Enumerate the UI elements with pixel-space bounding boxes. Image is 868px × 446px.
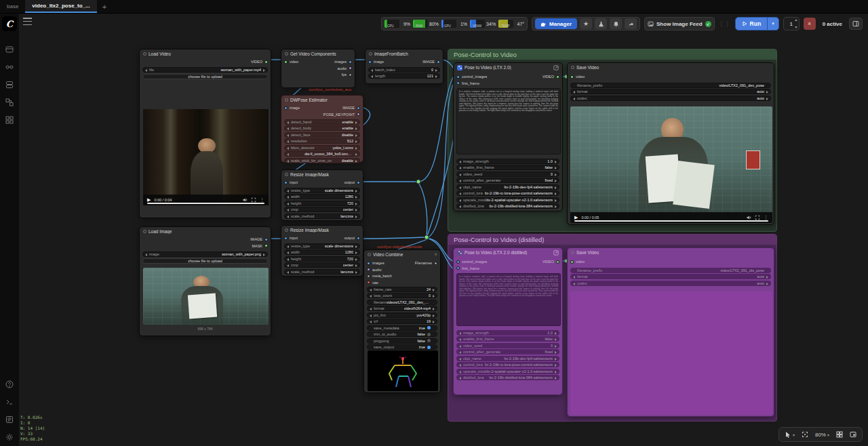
comfyui-logo[interactable]: C [2, 16, 17, 31]
output-port[interactable]: VIDEO [542, 74, 559, 79]
prompt-textarea[interactable]: In a realistic cinematic style, a woman … [456, 273, 561, 326]
tab-active-workflow[interactable]: video_ltx2_pose_to_... ● [25, 0, 96, 13]
increment-arrow-icon[interactable] [355, 251, 357, 254]
decrement-arrow-icon[interactable] [287, 153, 289, 156]
increment-arrow-icon[interactable] [355, 245, 357, 248]
decrement-arrow-icon[interactable] [370, 315, 372, 317]
decrement-arrow-icon[interactable] [145, 254, 147, 256]
toggle-grid-button[interactable] [833, 428, 846, 441]
widget-row[interactable]: filename_prefixvideos/LTX2_091_dev_pose_… [367, 300, 437, 305]
menu-hamburger-icon[interactable] [23, 18, 32, 25]
node-pose-to-video[interactable]: Pose to Video (LTX 2.0) control_imagesfi… [453, 62, 563, 211]
decrement-arrow-icon[interactable] [287, 216, 289, 218]
increment-arrow-icon[interactable] [435, 69, 437, 72]
increment-arrow-icon[interactable] [355, 203, 357, 205]
widget-row[interactable]: crf19 [367, 319, 437, 324]
increment-arrow-icon[interactable] [263, 254, 265, 256]
increment-arrow-icon[interactable] [766, 283, 768, 285]
fullscreen-icon[interactable] [251, 197, 256, 203]
widget-row[interactable]: video_seed0 [456, 343, 559, 348]
widget-row[interactable]: formatvideo/h264-mp4 [367, 306, 437, 311]
increment-arrow-icon[interactable] [433, 308, 435, 310]
output-port[interactable]: images [334, 59, 352, 64]
widget-row[interactable]: image_strength1.0 [456, 159, 559, 164]
widget-row[interactable]: cropcenter [284, 207, 360, 212]
increment-arrow-icon[interactable] [433, 321, 435, 323]
decrement-arrow-icon[interactable] [459, 186, 461, 189]
decrement-arrow-icon[interactable] [459, 332, 461, 335]
node-header[interactable]: DWPose Estimator [281, 96, 363, 104]
fullscreen-icon[interactable] [755, 215, 760, 220]
input-port[interactable]: audio [367, 267, 392, 272]
decrement-arrow-icon[interactable] [370, 289, 372, 291]
decrement-arrow-icon[interactable] [287, 160, 289, 163]
custom-nodes-icon[interactable] [5, 98, 14, 107]
node-load-image[interactable]: Load Image IMAGEMASK imagewoman_with_pap… [139, 226, 271, 336]
stepper-arrows-icon[interactable] [795, 19, 797, 28]
tool-chevron-icon[interactable]: ▾ [793, 432, 795, 437]
widget-row[interactable]: enable_first_framefalse [456, 336, 559, 342]
input-port[interactable]: input [284, 235, 298, 241]
node-header[interactable]: Resize Image/Mask [281, 226, 363, 235]
help-icon[interactable] [5, 380, 14, 389]
node-header[interactable]: Pose to Video (LTX 2.0) [454, 63, 562, 72]
node-header[interactable]: Save Video [568, 63, 774, 72]
decrement-arrow-icon[interactable] [459, 161, 461, 163]
increment-arrow-icon[interactable] [355, 140, 357, 143]
decrement-arrow-icon[interactable] [459, 345, 461, 348]
increment-arrow-icon[interactable] [355, 160, 357, 163]
output-port[interactable]: IMAGE [250, 237, 268, 242]
increment-arrow-icon[interactable] [355, 216, 357, 218]
input-port[interactable]: video [570, 74, 585, 79]
video-preview[interactable]: ▶ 0:00 / 0:05 ⋮ [570, 106, 772, 223]
node-video-combine[interactable]: Video Combine? imagesaudiometa_batchvae … [363, 249, 441, 393]
node-header[interactable]: Load Image [140, 227, 271, 236]
increment-arrow-icon[interactable] [555, 345, 557, 348]
open-subgraph-icon[interactable] [553, 65, 559, 70]
widget-row[interactable]: filename_prefixvideo/LTX2_091_dis_pose [570, 268, 771, 273]
widget-row[interactable]: resize_typescale dimensions [284, 243, 360, 249]
decrement-arrow-icon[interactable] [370, 321, 372, 323]
node-header[interactable]: Pose to Video (LTX 2.0 distilled) [454, 248, 562, 257]
increment-arrow-icon[interactable] [555, 186, 557, 189]
decrement-arrow-icon[interactable] [459, 205, 461, 208]
collapse-icon[interactable] [143, 52, 146, 56]
decrement-arrow-icon[interactable] [459, 364, 461, 367]
widget-row[interactable]: filename_prefixvideo/LTX2_091_dev_pose [570, 83, 771, 88]
widget-row[interactable]: upscale_modelltx-2-spatial-upscaler-x2-1… [456, 369, 559, 374]
increment-arrow-icon[interactable] [555, 377, 557, 380]
node-load-video[interactable]: Load Video VIDEO filewoman_with_paper.mp… [139, 49, 271, 218]
widget-row[interactable]: pingpongfalse [367, 338, 437, 344]
input-port[interactable]: control_images [456, 74, 487, 79]
widget-row[interactable]: scale_methodlanczos [284, 214, 360, 219]
output-port[interactable]: VIDEO [542, 259, 559, 264]
toggle-icon[interactable] [427, 333, 431, 336]
widget-row[interactable]: codecauto [570, 96, 771, 101]
decrement-arrow-icon[interactable] [459, 174, 461, 176]
widget-row[interactable]: imagewoman_with_paper.png [142, 251, 268, 257]
collapse-icon[interactable] [285, 228, 288, 232]
widget-row[interactable]: resize_typescale dimensions [284, 188, 360, 193]
increment-arrow-icon[interactable] [555, 192, 557, 195]
increment-arrow-icon[interactable] [433, 315, 435, 317]
decrement-arrow-icon[interactable] [573, 91, 575, 94]
increment-arrow-icon[interactable] [355, 196, 357, 199]
decrement-arrow-icon[interactable] [145, 69, 147, 72]
node-resize-image-mask-2[interactable]: Resize Image/Mask input output resize_ty… [281, 225, 363, 277]
input-port[interactable]: image [368, 59, 384, 64]
run-button[interactable]: Run [736, 18, 768, 30]
widget-row[interactable]: ckpt_nameltx-2-19b-dev-fp4.safetensors [456, 356, 559, 361]
increment-arrow-icon[interactable] [555, 199, 557, 202]
widget-row[interactable]: width1280 [284, 194, 360, 199]
output-port[interactable]: fps [342, 72, 352, 77]
increment-arrow-icon[interactable] [555, 174, 557, 176]
decrement-arrow-icon[interactable] [287, 147, 289, 150]
decrement-arrow-icon[interactable] [459, 351, 461, 354]
widget-row[interactable]: control_after_generatefixed [456, 349, 559, 354]
decrement-arrow-icon[interactable] [287, 134, 289, 137]
help-icon[interactable]: ? [435, 253, 437, 257]
collapse-icon[interactable] [143, 230, 146, 233]
output-port[interactable]: MASK [252, 243, 268, 249]
widget-row[interactable]: length121 [368, 73, 440, 79]
collapse-icon[interactable] [285, 52, 288, 56]
